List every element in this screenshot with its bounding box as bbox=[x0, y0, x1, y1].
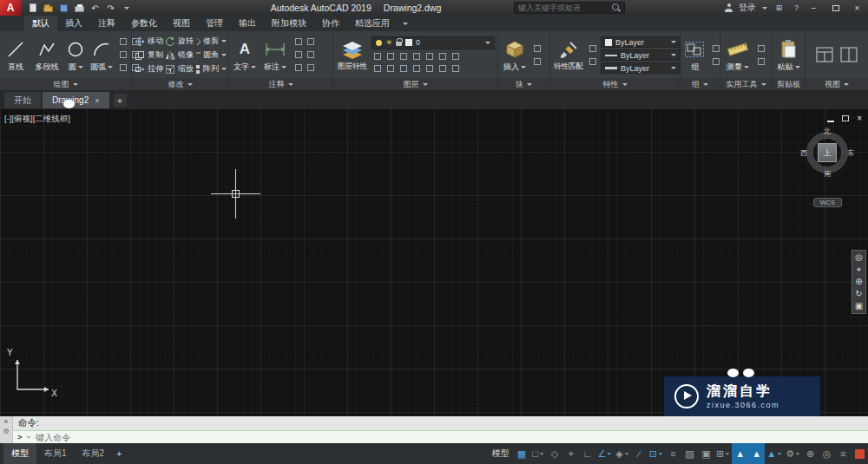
panel-label-view[interactable]: 视图 bbox=[806, 78, 868, 90]
tab-annotate[interactable]: 注释 bbox=[90, 16, 123, 31]
rectangle-tool-icon[interactable] bbox=[117, 36, 128, 47]
insert-block-tool[interactable]: 插入 bbox=[501, 33, 529, 77]
scale-tool[interactable]: 缩放 bbox=[165, 62, 194, 76]
line-tool[interactable]: 直线 bbox=[3, 33, 29, 77]
layer-off-tool-icon[interactable] bbox=[372, 51, 383, 62]
plot-button[interactable] bbox=[73, 3, 86, 14]
customize-button[interactable]: ≡ bbox=[835, 443, 852, 464]
tab-home[interactable]: 默认 bbox=[24, 16, 57, 31]
linetype-dropdown[interactable]: ByLayer bbox=[601, 49, 681, 61]
search-input[interactable] bbox=[518, 3, 608, 12]
group-tool[interactable]: 组 bbox=[683, 33, 707, 77]
table-tool-icon[interactable] bbox=[305, 36, 316, 47]
snap-toggle[interactable]: □ bbox=[529, 443, 546, 464]
layer-isolate-tool-icon[interactable] bbox=[385, 51, 396, 62]
apps-icon[interactable]: ⊞ bbox=[773, 3, 785, 14]
object-color-dropdown[interactable]: ByLayer bbox=[601, 36, 681, 48]
viewport-config-icon[interactable] bbox=[816, 47, 833, 64]
ortho-toggle[interactable]: ∟ bbox=[579, 443, 595, 464]
pan-icon[interactable]: ⌖ bbox=[857, 265, 862, 274]
close-tab-icon[interactable]: × bbox=[95, 96, 99, 105]
text-style-tool-icon[interactable] bbox=[305, 49, 316, 60]
panel-label-layers[interactable]: 图层 bbox=[333, 78, 497, 90]
linear-dim-tool-icon[interactable] bbox=[293, 49, 304, 60]
tab-featured-apps[interactable]: 精选应用 bbox=[347, 16, 398, 31]
autocad-logo[interactable]: A bbox=[0, 0, 21, 16]
layer-on-tool-icon[interactable] bbox=[372, 63, 383, 74]
layer-unlock-tool-icon[interactable] bbox=[411, 63, 422, 74]
point-tool-icon[interactable] bbox=[117, 62, 128, 73]
infocenter-search[interactable] bbox=[514, 2, 625, 14]
layer-dropdown[interactable]: ☀ 0 bbox=[372, 36, 495, 49]
match-properties-tool[interactable]: 特性匹配 bbox=[553, 33, 584, 77]
tab-parametric[interactable]: 参数化 bbox=[123, 16, 165, 31]
mleader-style-tool-icon[interactable] bbox=[305, 62, 316, 73]
object-snap-toggle[interactable]: ⊡ bbox=[648, 443, 665, 464]
panel-label-clipboard[interactable]: 剪贴板 bbox=[773, 78, 805, 90]
annotation-monitor-toggle[interactable]: ⊕ bbox=[802, 443, 819, 464]
object-snap-tracking-toggle[interactable]: ∕ bbox=[631, 443, 648, 464]
help-icon[interactable]: ? bbox=[791, 3, 802, 14]
hatch-tool-icon[interactable] bbox=[117, 49, 128, 60]
move-tool[interactable]: 移动 bbox=[135, 35, 164, 49]
steering-wheel-icon[interactable]: ◎ bbox=[855, 253, 863, 262]
wcs-badge[interactable]: WCS bbox=[813, 198, 843, 207]
chevron-down-icon[interactable] bbox=[726, 453, 730, 454]
command-input[interactable] bbox=[36, 433, 864, 442]
chevron-down-icon[interactable] bbox=[608, 453, 612, 454]
tab-output[interactable]: 输出 bbox=[231, 16, 264, 31]
annotation-scale-button[interactable]: ▲ bbox=[765, 443, 784, 464]
rotate-tool[interactable]: 旋转 bbox=[165, 35, 194, 49]
chevron-down-icon[interactable] bbox=[796, 453, 800, 454]
tab-view[interactable]: 视图 bbox=[165, 16, 198, 31]
lineweight-toggle[interactable]: ≡ bbox=[665, 443, 681, 464]
close-command-icon[interactable]: × bbox=[3, 418, 8, 426]
measure-tool[interactable]: 测量 bbox=[723, 33, 753, 77]
infer-constraints-toggle[interactable]: ◇ bbox=[546, 443, 562, 464]
viewcube-north[interactable]: 北 bbox=[824, 127, 831, 136]
command-input-row[interactable]: > bbox=[13, 430, 868, 443]
grid-toggle[interactable]: ▦ bbox=[513, 443, 529, 464]
dimension-tool[interactable]: 标注 bbox=[260, 33, 290, 77]
polar-tracking-toggle[interactable]: ∠ bbox=[595, 443, 614, 464]
chevron-down-icon[interactable] bbox=[539, 453, 543, 454]
arc-tool[interactable]: 圆弧 bbox=[89, 33, 115, 77]
panel-label-utilities[interactable]: 实用工具 bbox=[720, 78, 772, 90]
drawing-area[interactable]: [-][俯视][二维线框] × 上 北 南 西 东 WCS ◎ ⌖ ⊕ ↻ ▣ … bbox=[0, 108, 868, 416]
layer-walk-tool-icon[interactable] bbox=[437, 63, 448, 74]
annotation-visibility-toggle[interactable]: ▲ bbox=[732, 443, 748, 464]
panel-label-block[interactable]: 块 bbox=[498, 78, 549, 90]
viewcube-west[interactable]: 西 bbox=[800, 148, 807, 158]
workspace-switching-button[interactable]: ⚙ bbox=[784, 443, 802, 464]
polyline-tool[interactable]: 多段线 bbox=[31, 33, 62, 77]
panel-label-groups[interactable]: 组 bbox=[681, 78, 720, 90]
viewcube[interactable]: 上 北 南 西 东 bbox=[802, 127, 852, 178]
mirror-tool[interactable]: 镜像 bbox=[165, 49, 194, 62]
layer-match-tool-icon[interactable] bbox=[424, 51, 435, 62]
dynamic-input-toggle[interactable]: ⌖ bbox=[562, 443, 579, 464]
list-tool-icon[interactable] bbox=[587, 56, 598, 67]
ribbon-collapse-icon[interactable] bbox=[403, 23, 408, 25]
text-tool[interactable]: A 文字 bbox=[232, 33, 258, 77]
named-views-icon[interactable] bbox=[840, 47, 858, 64]
layer-unisolate-tool-icon[interactable] bbox=[385, 63, 396, 74]
transparency-toggle[interactable]: ▨ bbox=[681, 443, 698, 464]
isodraft-toggle[interactable]: ◈ bbox=[614, 443, 630, 464]
tab-manage[interactable]: 管理 bbox=[198, 16, 231, 31]
redo-button[interactable]: ↷ bbox=[104, 3, 117, 14]
model-tab[interactable]: 模型 bbox=[3, 443, 36, 464]
layer-merge-tool-icon[interactable] bbox=[450, 63, 461, 74]
selection-cycling-toggle[interactable]: ▣ bbox=[698, 443, 714, 464]
minimize-drawing-icon[interactable] bbox=[827, 121, 834, 122]
new-drawing-tab-button[interactable]: + bbox=[114, 94, 127, 107]
fillet-tool[interactable]: 圆角 bbox=[195, 49, 227, 62]
layer-thaw-tool-icon[interactable] bbox=[398, 63, 409, 74]
layer-lock-tool-icon[interactable] bbox=[411, 51, 422, 62]
panel-label-modify[interactable]: 修改 bbox=[132, 78, 228, 90]
circle-tool[interactable]: 圆 bbox=[65, 33, 86, 77]
quick-calc-tool-icon[interactable] bbox=[755, 56, 766, 67]
restore-drawing-icon[interactable] bbox=[842, 115, 849, 121]
paste-tool[interactable]: 粘贴 bbox=[776, 33, 802, 77]
undo-button[interactable]: ↶ bbox=[89, 3, 102, 14]
isolate-objects-button[interactable]: ◎ bbox=[819, 443, 835, 464]
